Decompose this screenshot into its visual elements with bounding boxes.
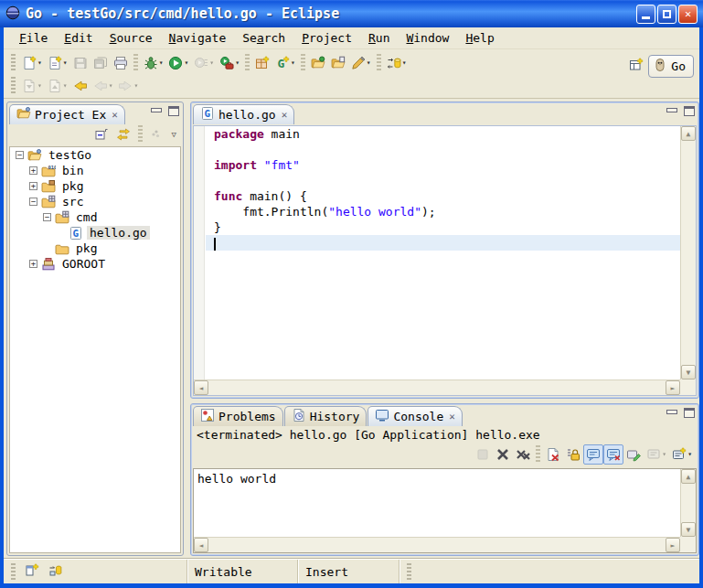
scroll-right-icon[interactable]: ► bbox=[666, 538, 680, 552]
scroll-down-icon[interactable]: ▼ bbox=[681, 365, 696, 380]
last-edit-location-button[interactable] bbox=[70, 76, 91, 96]
code-line-4[interactable] bbox=[206, 173, 680, 188]
menu-project[interactable]: Project bbox=[293, 29, 360, 47]
tab-history[interactable]: History bbox=[284, 406, 367, 426]
code-line-1[interactable]: package main bbox=[206, 126, 680, 142]
scroll-up-icon[interactable]: ▲ bbox=[681, 469, 696, 484]
chevron-down-icon[interactable]: ▾ bbox=[109, 82, 113, 90]
scroll-left-icon[interactable]: ◄ bbox=[194, 380, 208, 395]
scroll-up-icon[interactable]: ▲ bbox=[681, 126, 696, 141]
open-gopath-folder-button[interactable] bbox=[308, 53, 328, 73]
tree-expander-icon[interactable]: − bbox=[29, 198, 37, 206]
chevron-down-icon[interactable]: ▾ bbox=[662, 451, 666, 458]
chevron-down-icon[interactable]: ▾ bbox=[291, 59, 295, 67]
code-line-3[interactable]: import "fmt" bbox=[206, 157, 680, 173]
tree-item-src[interactable]: −src bbox=[10, 194, 180, 209]
scroll-down-icon[interactable]: ▼ bbox=[681, 522, 696, 537]
chevron-down-icon[interactable]: ▾ bbox=[37, 59, 42, 67]
editor-horizontal-scrollbar[interactable]: ◄ ► bbox=[194, 380, 680, 395]
minimize-view-button[interactable] bbox=[666, 408, 676, 418]
trim-drag-handle[interactable] bbox=[11, 563, 16, 580]
open-console-button[interactable]: ▾ bbox=[669, 444, 695, 465]
menu-file[interactable]: File bbox=[11, 29, 56, 47]
scroll-lock-button[interactable] bbox=[563, 444, 583, 465]
tree-item-hello.go[interactable]: Ghello.go bbox=[10, 225, 180, 241]
close-button[interactable]: ✕ bbox=[678, 5, 698, 24]
menu-window[interactable]: Window bbox=[398, 29, 457, 47]
tree-expander-icon[interactable]: − bbox=[43, 213, 51, 221]
code-line-5[interactable]: func main() { bbox=[206, 188, 680, 204]
trim-drag-handle[interactable] bbox=[407, 563, 411, 580]
chevron-down-icon[interactable]: ▾ bbox=[63, 82, 68, 90]
code-line-2[interactable] bbox=[206, 142, 680, 157]
chevron-down-icon[interactable]: ▾ bbox=[133, 82, 138, 90]
scroll-right-icon[interactable]: ► bbox=[666, 380, 680, 395]
maximize-view-button[interactable] bbox=[684, 408, 695, 418]
fast-view-icon[interactable] bbox=[25, 563, 39, 581]
toggle-mark-occurrences-button[interactable]: ▾ bbox=[384, 53, 410, 73]
new-project-button[interactable] bbox=[252, 53, 272, 73]
scroll-left-icon[interactable]: ◄ bbox=[194, 538, 208, 552]
tree-item-cmd[interactable]: −cmd bbox=[10, 209, 180, 225]
show-stderr-button[interactable] bbox=[603, 444, 623, 465]
new-file-button[interactable]: ▾ bbox=[45, 53, 70, 73]
new-wizard-button[interactable]: ▾ bbox=[19, 53, 45, 73]
tab-console[interactable]: Console ✕ bbox=[367, 406, 462, 426]
format-brush-button[interactable]: ▾ bbox=[348, 53, 374, 73]
remove-launch-button[interactable] bbox=[493, 444, 513, 465]
mark-occurrences-trim-icon[interactable] bbox=[48, 563, 63, 581]
new-go-element-button[interactable]: G▾ bbox=[272, 53, 298, 73]
console-vertical-scrollbar[interactable]: ▲ ▼ bbox=[680, 469, 696, 537]
toolbar-drag-handle[interactable] bbox=[11, 54, 16, 72]
tree-expander-icon[interactable]: + bbox=[29, 260, 37, 268]
tree-item-pkg[interactable]: pkg bbox=[10, 241, 180, 256]
run-button[interactable]: ▾ bbox=[165, 53, 191, 73]
debug-button[interactable]: ▾ bbox=[141, 53, 166, 73]
external-tools-button[interactable]: ▾ bbox=[217, 53, 242, 73]
tab-problems[interactable]: Problems bbox=[193, 406, 283, 426]
chevron-down-icon[interactable]: ▾ bbox=[184, 59, 188, 67]
tree-item-testGo[interactable]: −testGo bbox=[10, 147, 180, 163]
code-line-6[interactable]: fmt.Println("hello world"); bbox=[206, 204, 680, 219]
remove-all-terminated-button[interactable] bbox=[513, 444, 533, 465]
open-perspective-icon[interactable] bbox=[629, 58, 644, 75]
collapse-all-button[interactable] bbox=[91, 124, 112, 144]
close-icon[interactable]: ✕ bbox=[447, 411, 455, 422]
minimize-button[interactable] bbox=[636, 5, 655, 24]
menu-source[interactable]: Source bbox=[101, 29, 161, 47]
editor-vertical-scrollbar[interactable]: ▲ ▼ bbox=[680, 126, 696, 380]
tree-item-GOROOT[interactable]: +GOROOT bbox=[10, 256, 180, 272]
clear-console-button[interactable] bbox=[543, 444, 563, 465]
menu-search[interactable]: Search bbox=[234, 29, 293, 47]
annotation-ruler[interactable] bbox=[194, 126, 205, 380]
console-output[interactable]: hello world ▲ ▼ ◄ ► bbox=[193, 468, 697, 553]
tree-expander-icon[interactable]: + bbox=[29, 166, 37, 175]
pin-console-button[interactable] bbox=[623, 444, 644, 465]
view-menu-dropdown-icon[interactable]: ▽ bbox=[169, 130, 179, 139]
chevron-down-icon[interactable]: ▾ bbox=[37, 82, 42, 90]
tab-hello-go[interactable]: G hello.go ✕ bbox=[193, 104, 294, 124]
maximize-view-button[interactable] bbox=[684, 106, 695, 116]
chevron-down-icon[interactable]: ▾ bbox=[367, 59, 371, 67]
menu-run[interactable]: Run bbox=[360, 29, 398, 47]
tree-expander-icon[interactable]: + bbox=[29, 182, 37, 190]
close-icon[interactable]: ✕ bbox=[110, 109, 118, 121]
open-folder-button[interactable] bbox=[328, 53, 348, 73]
chevron-down-icon[interactable]: ▾ bbox=[159, 59, 164, 67]
chevron-down-icon[interactable]: ▾ bbox=[402, 59, 407, 67]
console-horizontal-scrollbar[interactable]: ◄ ► bbox=[194, 537, 680, 552]
chevron-down-icon[interactable]: ▾ bbox=[209, 59, 214, 67]
maximize-button[interactable] bbox=[657, 5, 676, 24]
menu-help[interactable]: Help bbox=[457, 29, 502, 47]
show-stdout-button[interactable] bbox=[583, 444, 603, 465]
tree-expander-icon[interactable]: − bbox=[16, 151, 24, 159]
toolbar-drag-handle[interactable] bbox=[11, 77, 16, 95]
link-with-editor-button[interactable] bbox=[113, 124, 133, 144]
close-icon[interactable]: ✕ bbox=[280, 109, 288, 121]
chevron-down-icon[interactable]: ▾ bbox=[235, 59, 240, 67]
tab-project-explorer[interactable]: Project Ex ✕ bbox=[9, 104, 125, 124]
minimize-view-button[interactable] bbox=[666, 106, 676, 116]
menu-navigate[interactable]: Navigate bbox=[161, 29, 235, 47]
maximize-view-button[interactable] bbox=[168, 106, 179, 116]
code-line-8[interactable] bbox=[206, 235, 680, 251]
